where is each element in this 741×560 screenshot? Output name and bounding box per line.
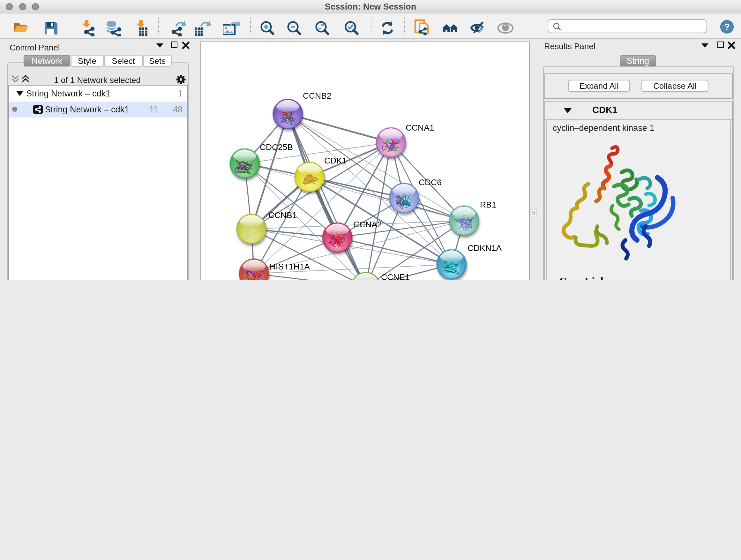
svg-text:CCNB1: CCNB1 xyxy=(268,210,297,220)
svg-text:CCNA2: CCNA2 xyxy=(353,220,382,229)
svg-text:CDC6: CDC6 xyxy=(419,178,442,187)
svg-text:?: ? xyxy=(724,21,730,32)
svg-text:CDC25B: CDC25B xyxy=(260,142,293,152)
svg-text:RB1: RB1 xyxy=(480,200,496,209)
svg-text:CCNE1: CCNE1 xyxy=(381,272,409,280)
svg-text:CCNB2: CCNB2 xyxy=(303,91,331,101)
svg-text:CDKN1A: CDKN1A xyxy=(468,243,502,253)
svg-text:CCNA1: CCNA1 xyxy=(406,123,434,132)
svg-text:CDK1: CDK1 xyxy=(324,156,347,165)
svg-text:HIST1H1A: HIST1H1A xyxy=(270,262,310,271)
